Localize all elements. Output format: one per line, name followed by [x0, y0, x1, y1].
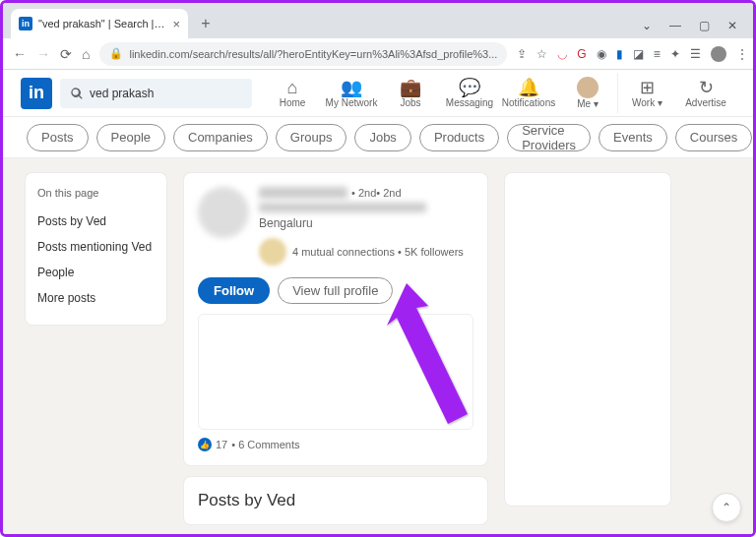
extension-icon[interactable]: ◪	[633, 47, 644, 61]
like-icon: 👍	[198, 438, 212, 451]
scroll-to-top-button[interactable]: ⌃	[712, 493, 741, 522]
forward-icon[interactable]: →	[36, 46, 50, 62]
home-icon: ⌂	[287, 78, 298, 97]
mutual-avatar	[259, 238, 286, 266]
search-input[interactable]	[90, 87, 242, 100]
grid-icon: ⊞	[640, 78, 655, 97]
url-input[interactable]: 🔒 linkedin.com/search/results/all/?heroE…	[99, 42, 507, 66]
chevron-down-icon[interactable]: ⌄	[642, 19, 652, 32]
url-text: linkedin.com/search/results/all/?heroEnt…	[129, 48, 497, 60]
right-rail	[504, 172, 671, 507]
post-stats: 👍 17 • 6 Comments	[198, 438, 473, 451]
extension-icon[interactable]: ≡	[654, 47, 661, 61]
profile-avatar[interactable]	[198, 187, 249, 238]
search-icon	[70, 87, 84, 100]
follow-button[interactable]: Follow	[198, 277, 270, 304]
reload-icon[interactable]: ⟳	[60, 46, 72, 62]
home-icon[interactable]: ⌂	[82, 46, 90, 62]
nav-advertise[interactable]: ↻Advertise	[676, 73, 735, 113]
extension-icon[interactable]: G	[577, 47, 586, 61]
browser-tab-strip: in "ved prakash" | Search | LinkedIn × +…	[3, 3, 753, 38]
sidebar-item-people[interactable]: People	[37, 260, 155, 285]
bell-icon: 🔔	[518, 78, 539, 97]
lock-icon: 🔒	[109, 47, 123, 60]
target-icon: ↻	[699, 78, 714, 97]
search-box[interactable]	[60, 79, 252, 108]
nav-network[interactable]: 👥My Network	[322, 73, 381, 113]
back-icon[interactable]: ←	[13, 46, 27, 62]
main-column: • 2nd• 2nd Bengaluru 4 mutual connection…	[183, 172, 488, 520]
close-window-icon[interactable]: ✕	[727, 19, 737, 32]
nav-jobs[interactable]: 💼Jobs	[381, 73, 440, 113]
content-area: On this page Posts by Ved Posts mentioni…	[3, 158, 753, 534]
linkedin-favicon: in	[19, 17, 32, 30]
connection-degree: • 2nd• 2nd	[351, 187, 402, 199]
people-icon: 👥	[341, 78, 362, 97]
comment-count[interactable]: • 6 Comments	[231, 439, 299, 450]
new-tab-button[interactable]: +	[194, 12, 218, 35]
filter-companies[interactable]: Companies	[173, 124, 268, 151]
filter-jobs[interactable]: Jobs	[354, 124, 410, 151]
browser-tab[interactable]: in "ved prakash" | Search | LinkedIn ×	[11, 9, 188, 38]
close-tab-icon[interactable]: ×	[172, 17, 180, 31]
profile-name-row: • 2nd• 2nd	[259, 187, 473, 199]
sidebar-item-more[interactable]: More posts	[37, 285, 155, 311]
profile-card: • 2nd• 2nd Bengaluru 4 mutual connection…	[183, 172, 488, 466]
filter-bar: Posts People Companies Groups Jobs Produ…	[3, 117, 753, 158]
nav-notifications[interactable]: 🔔Notifications	[499, 73, 558, 113]
filter-courses[interactable]: Courses	[675, 124, 752, 151]
post-preview[interactable]	[198, 314, 473, 430]
posts-section-card: Posts by Ved	[183, 476, 488, 525]
section-heading: Posts by Ved	[198, 491, 473, 510]
nav-messaging[interactable]: 💬Messaging	[440, 73, 499, 113]
nav-work[interactable]: ⊞Work ▾	[617, 73, 676, 113]
briefcase-icon: 💼	[400, 78, 421, 97]
tab-title: "ved prakash" | Search | LinkedIn	[38, 18, 166, 30]
nav-home[interactable]: ⌂Home	[263, 73, 322, 113]
extension-icon[interactable]: ◉	[597, 47, 606, 61]
profile-headline-blurred	[259, 203, 426, 212]
chat-icon: 💬	[459, 78, 480, 97]
filter-posts[interactable]: Posts	[27, 124, 89, 151]
address-bar: ← → ⟳ ⌂ 🔒 linkedin.com/search/results/al…	[3, 38, 753, 70]
linkedin-logo[interactable]: in	[21, 78, 52, 109]
filter-events[interactable]: Events	[598, 124, 667, 151]
view-full-profile-button[interactable]: View full profile	[278, 277, 393, 304]
sidebar-item-mentioning[interactable]: Posts mentioning Ved	[37, 234, 155, 260]
window-controls: ⌄ — ▢ ✕	[642, 19, 745, 38]
profile-name-blurred[interactable]	[259, 187, 347, 199]
share-icon[interactable]: ⇪	[517, 47, 527, 61]
filter-people[interactable]: People	[96, 124, 165, 151]
sidebar-item-posts-by[interactable]: Posts by Ved	[37, 209, 155, 234]
nav-me[interactable]: Me ▾	[558, 73, 617, 113]
star-icon[interactable]: ☆	[536, 47, 547, 61]
like-count[interactable]: 17	[216, 439, 227, 450]
minimize-icon[interactable]: —	[669, 19, 681, 32]
linkedin-header: in ⌂Home 👥My Network 💼Jobs 💬Messaging 🔔N…	[3, 70, 753, 117]
menu-icon[interactable]: ⋮	[736, 47, 748, 61]
extension-icons: ⇪ ☆ ◡ G ◉ ▮ ◪ ≡ ✦ ☰ ⋮	[517, 46, 747, 62]
sidebar-title: On this page	[37, 187, 155, 199]
header-nav: ⌂Home 👥My Network 💼Jobs 💬Messaging 🔔Noti…	[263, 73, 735, 113]
filter-products[interactable]: Products	[419, 124, 499, 151]
profile-avatar-icon[interactable]	[711, 46, 726, 62]
puzzle-icon[interactable]: ✦	[670, 47, 680, 61]
avatar-icon	[577, 77, 598, 98]
mutual-connections-text: 4 mutual connections • 5K followers	[292, 245, 464, 259]
profile-location: Bengaluru	[259, 216, 473, 230]
maximize-icon[interactable]: ▢	[699, 19, 710, 32]
on-this-page-sidebar: On this page Posts by Ved Posts mentioni…	[25, 172, 167, 326]
filter-groups[interactable]: Groups	[276, 124, 347, 151]
pocket-icon[interactable]: ◡	[557, 47, 567, 61]
extension-icon[interactable]: ▮	[616, 47, 623, 61]
filter-service-providers[interactable]: Service Providers	[507, 124, 591, 151]
extension-icon[interactable]: ☰	[690, 47, 701, 61]
